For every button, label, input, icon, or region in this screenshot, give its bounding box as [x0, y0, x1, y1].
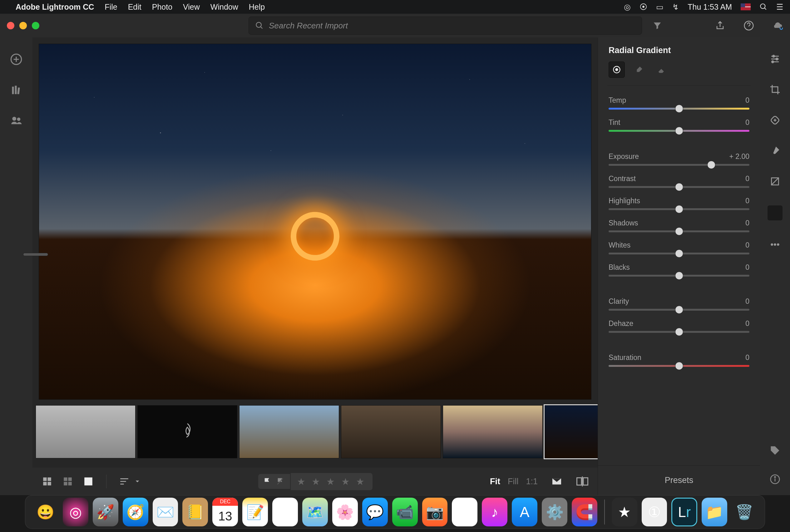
- star-rating[interactable]: ★ ★ ★ ★ ★: [291, 473, 373, 490]
- creative-cloud-icon[interactable]: ◎: [624, 2, 631, 12]
- squaregrid-view-icon[interactable]: [62, 476, 73, 487]
- search-input[interactable]: Search Recent Import: [248, 17, 642, 35]
- more-icon[interactable]: •••: [769, 238, 782, 251]
- dock-itunes-icon[interactable]: ♪: [482, 498, 507, 526]
- slider-dehaze[interactable]: Dehaze0: [608, 319, 749, 333]
- share-icon[interactable]: [714, 20, 726, 31]
- crop-icon[interactable]: [769, 83, 782, 96]
- dock-messages-icon[interactable]: 💬: [362, 498, 388, 526]
- dock-appstore-icon[interactable]: A: [512, 498, 538, 526]
- dock-calendar-icon[interactable]: DEC13: [212, 498, 238, 526]
- zoom-fit[interactable]: Fit: [490, 477, 500, 487]
- dock-maps-icon[interactable]: 🗺️: [302, 498, 328, 526]
- slider-tint[interactable]: Tint0: [608, 118, 749, 132]
- svg-rect-29: [577, 478, 581, 485]
- flag-reject-icon[interactable]: [276, 477, 285, 486]
- zoom-1to1[interactable]: 1:1: [526, 477, 538, 487]
- menu-window[interactable]: Window: [210, 2, 238, 12]
- thumbnail[interactable]: [36, 405, 135, 458]
- dock-folder-icon[interactable]: 📁: [702, 498, 727, 526]
- dock-photobooth-icon[interactable]: 📷: [422, 498, 448, 526]
- dock-trash-icon[interactable]: 🗑️: [732, 498, 757, 526]
- thumbnail[interactable]: [443, 405, 543, 458]
- radial-new-icon[interactable]: [608, 61, 625, 78]
- eraser-mode-icon[interactable]: [654, 61, 670, 78]
- dock-contacts-icon[interactable]: 📒: [182, 498, 208, 526]
- slider-saturation[interactable]: Saturation0: [608, 354, 749, 367]
- dock-news-icon[interactable]: N: [452, 498, 477, 526]
- dock-safari-icon[interactable]: 🧭: [123, 498, 148, 526]
- slider-shadows[interactable]: Shadows0: [608, 219, 749, 232]
- menu-edit[interactable]: Edit: [128, 2, 142, 12]
- slider-value: 0: [745, 297, 749, 306]
- airplay-icon[interactable]: ▭: [656, 2, 663, 12]
- slider-temp[interactable]: Temp0: [608, 96, 749, 110]
- svg-rect-22: [68, 482, 72, 485]
- brush-tool-icon[interactable]: [769, 144, 782, 157]
- cloud-sync-icon[interactable]: [772, 20, 783, 31]
- keywords-tag-icon[interactable]: [769, 444, 782, 457]
- minimize-button[interactable]: [19, 22, 27, 29]
- status-icon[interactable]: ⦿: [639, 2, 647, 12]
- slider-label: Clarity: [608, 297, 629, 306]
- healing-icon[interactable]: [769, 114, 782, 127]
- slider-clarity[interactable]: Clarity0: [608, 297, 749, 311]
- thumbnail-selected[interactable]: [545, 405, 598, 458]
- menu-help[interactable]: Help: [249, 2, 265, 12]
- help-icon[interactable]: [743, 20, 754, 31]
- slider-whites[interactable]: Whites0: [608, 241, 749, 254]
- svg-rect-18: [48, 482, 51, 485]
- show-original-icon[interactable]: [551, 477, 562, 486]
- dock-photos-icon[interactable]: 🌸: [332, 498, 358, 526]
- photo-canvas[interactable]: [39, 44, 591, 400]
- sort-icon[interactable]: [119, 477, 130, 486]
- thumbnail[interactable]: [239, 405, 339, 458]
- dock-siri-icon[interactable]: ◎: [63, 498, 88, 526]
- flag-pick-icon[interactable]: [263, 477, 272, 486]
- photogrid-view-icon[interactable]: [42, 476, 53, 487]
- dock-lightroom-icon[interactable]: Lr: [671, 498, 697, 526]
- sort-dropdown-icon[interactable]: [134, 478, 141, 485]
- slider-highlights[interactable]: Highlights0: [608, 197, 749, 210]
- maximize-button[interactable]: [32, 22, 39, 29]
- dock-imovie-icon[interactable]: ★: [612, 498, 637, 526]
- dock-magnet-icon[interactable]: 🧲: [572, 498, 597, 526]
- notification-center-icon[interactable]: ☰: [776, 2, 783, 12]
- dock-launchpad-icon[interactable]: 🚀: [93, 498, 118, 526]
- linear-gradient-icon[interactable]: [769, 175, 782, 188]
- filmstrip-scrollbar[interactable]: [36, 463, 595, 468]
- thumbnail[interactable]: [341, 405, 441, 458]
- dock-settings-icon[interactable]: ⚙️: [542, 498, 567, 526]
- add-photos-icon[interactable]: [10, 53, 22, 65]
- thumbnail[interactable]: [137, 405, 237, 458]
- dock-facetime-icon[interactable]: 📹: [392, 498, 418, 526]
- radial-gradient-icon[interactable]: [768, 205, 783, 221]
- filter-icon[interactable]: [653, 21, 662, 30]
- input-source-flag-icon[interactable]: [741, 3, 751, 10]
- zoom-fill[interactable]: Fill: [508, 477, 519, 487]
- presets-button[interactable]: Presets: [598, 465, 760, 495]
- menubar-clock[interactable]: Thu 1:53 AM: [688, 2, 732, 12]
- my-photos-icon[interactable]: [11, 84, 22, 96]
- sharing-icon[interactable]: [10, 114, 22, 126]
- bartender-icon[interactable]: ↯: [672, 2, 679, 12]
- slider-exposure[interactable]: Exposure+ 2.00: [608, 152, 749, 166]
- close-button[interactable]: [7, 22, 14, 29]
- compare-view-icon[interactable]: [577, 476, 588, 487]
- dock-1password-icon[interactable]: ①: [642, 498, 667, 526]
- menu-photo[interactable]: Photo: [152, 2, 172, 12]
- info-icon[interactable]: [769, 473, 782, 486]
- dock-reminders-icon[interactable]: ▤: [272, 498, 298, 526]
- slider-blacks[interactable]: Blacks0: [608, 263, 749, 277]
- brush-mode-icon[interactable]: [631, 61, 647, 78]
- app-name[interactable]: Adobe Lightroom CC: [16, 2, 94, 12]
- dock-notes-icon[interactable]: 📝: [242, 498, 268, 526]
- detail-view-icon[interactable]: [83, 476, 94, 487]
- slider-contrast[interactable]: Contrast0: [608, 174, 749, 188]
- menu-view[interactable]: View: [183, 2, 200, 12]
- dock-mail-icon[interactable]: ✉️: [153, 498, 178, 526]
- menu-file[interactable]: File: [105, 2, 117, 12]
- spotlight-icon[interactable]: [759, 3, 768, 11]
- edit-sliders-icon[interactable]: [769, 53, 782, 65]
- dock-finder-icon[interactable]: 😀: [33, 498, 58, 526]
